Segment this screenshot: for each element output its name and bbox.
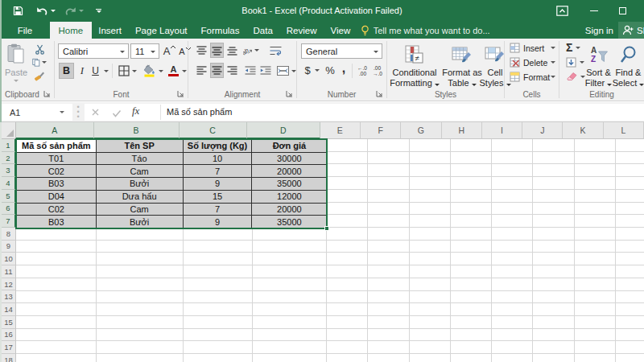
format-cells-button[interactable]: Format: [510, 72, 555, 82]
row-header-6[interactable]: 6: [2, 203, 16, 216]
cell-a4[interactable]: B03: [17, 178, 97, 191]
column-header-j[interactable]: J: [522, 122, 563, 139]
select-all-corner[interactable]: [2, 122, 16, 139]
row-header-9[interactable]: 9: [2, 241, 16, 253]
row-header-1[interactable]: 1: [2, 139, 16, 152]
italic-button[interactable]: I: [76, 63, 88, 79]
enter-button[interactable]: [112, 106, 122, 121]
fill-color-button[interactable]: [142, 63, 157, 79]
orientation-button[interactable]: ab: [243, 43, 259, 58]
increase-decimal-button[interactable]: ←.0.00: [355, 63, 369, 78]
wrap-text-button[interactable]: [267, 43, 283, 58]
copy-caret[interactable]: [42, 61, 47, 64]
align-left-button[interactable]: [195, 63, 208, 78]
tab-home[interactable]: Home: [50, 22, 92, 39]
row-header-4[interactable]: 4: [2, 177, 16, 190]
bottom-align-button[interactable]: [225, 43, 239, 58]
row-header-5[interactable]: 5: [2, 190, 16, 203]
fill-button[interactable]: [566, 57, 584, 68]
cell-c4[interactable]: 9: [184, 178, 253, 191]
cell-a6[interactable]: C02: [17, 204, 97, 216]
delete-cells-button[interactable]: Delete: [510, 57, 555, 68]
ribbon-display-options-button[interactable]: [553, 0, 571, 22]
accounting-format-button[interactable]: $: [302, 63, 313, 78]
cell-b1[interactable]: Tên SP: [97, 140, 184, 153]
share-button[interactable]: Share: [618, 22, 644, 39]
font-color-button[interactable]: A: [167, 63, 180, 79]
row-header-11[interactable]: 11: [2, 265, 16, 278]
column-header-a[interactable]: A: [16, 122, 94, 139]
cell-c6[interactable]: 7: [184, 204, 253, 216]
clipboard-dialog-launcher[interactable]: [43, 89, 52, 97]
column-header-d[interactable]: D: [247, 122, 320, 139]
column-header-b[interactable]: B: [94, 122, 180, 139]
decrease-decimal-button[interactable]: .00→.0: [370, 63, 385, 78]
row-header-18[interactable]: 18: [2, 354, 16, 362]
cell-a3[interactable]: C02: [17, 165, 97, 178]
cell-c7[interactable]: 9: [184, 216, 253, 228]
paste-caret[interactable]: [14, 80, 19, 82]
column-header-c[interactable]: C: [180, 122, 247, 139]
insert-cells-button[interactable]: Insert: [510, 43, 555, 53]
cell-c1[interactable]: Số lượng (Kg): [184, 140, 253, 153]
cell-c2[interactable]: 10: [184, 153, 253, 166]
row-header-12[interactable]: 12: [2, 278, 16, 291]
row-header-15[interactable]: 15: [2, 316, 16, 329]
name-box-caret[interactable]: [60, 111, 64, 113]
cell-d5[interactable]: 12000: [252, 191, 327, 204]
tab-review[interactable]: Review: [279, 22, 324, 39]
font-name-combo[interactable]: Calibri: [58, 43, 129, 59]
autosum-button[interactable]: Σ: [566, 43, 580, 53]
autosum-caret[interactable]: [576, 47, 580, 49]
format-painter-button[interactable]: [32, 69, 47, 82]
cell-c5[interactable]: 15: [184, 191, 253, 204]
column-header-g[interactable]: G: [401, 122, 441, 139]
maximize-button[interactable]: [613, 0, 631, 22]
row-header-13[interactable]: 13: [2, 290, 16, 303]
cut-button[interactable]: [32, 43, 47, 56]
tell-me-box[interactable]: Tell me what you want to do...: [361, 22, 490, 39]
formula-bar-content[interactable]: Mã số sản phẩm: [167, 104, 232, 121]
minimize-button[interactable]: [585, 0, 603, 22]
delete-caret[interactable]: [551, 61, 555, 64]
format-as-table-button[interactable]: Format asTable: [442, 40, 482, 88]
cell-d3[interactable]: 20000: [252, 165, 327, 178]
column-header-k[interactable]: K: [563, 122, 603, 139]
cell-styles-button[interactable]: CellStyles: [485, 40, 506, 88]
tab-page-layout[interactable]: Page Layout: [128, 22, 194, 39]
paste-button[interactable]: Paste: [2, 40, 31, 82]
row-header-8[interactable]: 8: [2, 228, 16, 241]
active-cell-a1[interactable]: Mã số sản phẩm: [17, 140, 97, 153]
middle-align-button[interactable]: [210, 43, 224, 58]
sort-filter-button[interactable]: AZ Sort &Filter: [584, 40, 613, 88]
cell-b6[interactable]: Cam: [97, 204, 184, 216]
top-align-button[interactable]: [195, 43, 208, 58]
cancel-button[interactable]: [91, 105, 100, 120]
tab-insert[interactable]: Insert: [92, 22, 129, 39]
format-caret[interactable]: [551, 76, 555, 78]
comma-style-button[interactable]: ,: [339, 60, 349, 76]
tab-data[interactable]: Data: [246, 22, 279, 39]
cell-a7[interactable]: B03: [17, 216, 97, 228]
find-select-button[interactable]: Find &Select: [613, 40, 643, 88]
cell-c3[interactable]: 7: [184, 165, 253, 178]
row-header-3[interactable]: 3: [2, 164, 16, 177]
number-format-combo[interactable]: General: [301, 43, 382, 59]
insert-function-button[interactable]: fx: [132, 105, 139, 117]
alignment-dialog-launcher[interactable]: [286, 89, 294, 97]
percent-style-button[interactable]: %: [324, 63, 336, 78]
sign-in-button[interactable]: Sign in: [585, 22, 613, 39]
worksheet[interactable]: A B C D E F G H I J K L 1 2 3 4 5 6 7 8 …: [0, 122, 644, 362]
formula-bar-grip[interactable]: •••: [76, 105, 80, 119]
conditional-formatting-button[interactable]: ≠ ConditionalFormatting: [389, 40, 440, 88]
fill-color-caret[interactable]: [159, 70, 163, 72]
align-right-button[interactable]: [225, 63, 239, 78]
column-header-i[interactable]: I: [482, 122, 522, 139]
row-header-14[interactable]: 14: [2, 303, 16, 316]
underline-caret[interactable]: [104, 70, 109, 72]
copy-button[interactable]: [32, 56, 47, 68]
column-header-f[interactable]: F: [361, 122, 401, 139]
cell-d6[interactable]: 20000: [252, 204, 327, 216]
row-header-16[interactable]: 16: [2, 329, 16, 342]
row-header-2[interactable]: 2: [2, 152, 16, 165]
